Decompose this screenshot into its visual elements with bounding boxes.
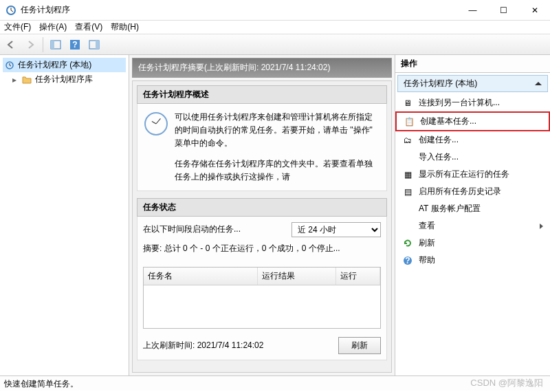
- period-select[interactable]: 近 24 小时: [292, 222, 381, 237]
- action-at-account[interactable]: AT 服务帐户配置: [395, 200, 550, 217]
- action-enable-history[interactable]: ▤启用所有任务历史记录: [395, 183, 550, 200]
- expand-icon[interactable]: ▸: [12, 75, 19, 85]
- menu-file[interactable]: 文件(F): [4, 21, 31, 33]
- action-help[interactable]: ?帮助: [395, 252, 550, 269]
- overview-header: 任务计划程序概述: [137, 85, 387, 104]
- svg-rect-6: [96, 41, 99, 49]
- watermark: CSDN @阿黎逸阳: [470, 377, 543, 389]
- action-create-task[interactable]: 🗂创建任务...: [395, 131, 550, 149]
- folder-icon: [21, 74, 32, 85]
- import-icon: [402, 152, 413, 163]
- actions-header: 操作: [395, 55, 550, 73]
- tree-root-label: 任务计划程序 (本地): [18, 59, 91, 71]
- status-text: 快速创建简单任务。: [4, 378, 78, 389]
- props-icon[interactable]: [86, 36, 102, 53]
- menu-action[interactable]: 操作(A): [39, 21, 67, 33]
- status-period-label: 在以下时间段启动的任务...: [143, 224, 286, 235]
- action-view[interactable]: 查看: [395, 217, 550, 235]
- overview-box: 可以使用任务计划程序来创建和管理计算机将在所指定的时间自动执行的常见任务。若要开…: [137, 104, 387, 191]
- back-button[interactable]: [3, 36, 19, 53]
- refresh-button[interactable]: 刷新: [338, 337, 381, 354]
- menu-view[interactable]: 查看(V): [75, 21, 102, 33]
- refresh-icon: [402, 238, 413, 249]
- overview-text-2: 任务存储在任务计划程序库的文件夹中。若要查看单独任务上的操作或执行这操作，请: [175, 157, 380, 184]
- action-import-task[interactable]: 导入任务...: [395, 149, 550, 166]
- titlebar: 任务计划程序 — ☐ ✕: [0, 0, 550, 21]
- actions-pane: 操作 任务计划程序 (本地) 🖥连接到另一台计算机... 📋创建基本任务... …: [395, 55, 550, 375]
- svg-rect-2: [51, 41, 54, 49]
- close-button[interactable]: ✕: [519, 0, 550, 21]
- actions-subheader: 任务计划程序 (本地): [397, 75, 548, 92]
- clock-icon: [144, 112, 168, 135]
- maximize-button[interactable]: ☐: [488, 0, 519, 21]
- help-icon[interactable]: ?: [67, 36, 83, 53]
- help-icon: ?: [402, 255, 413, 266]
- action-refresh[interactable]: 刷新: [395, 235, 550, 252]
- tree-root[interactable]: 任务计划程序 (本地): [3, 58, 126, 72]
- account-icon: [402, 204, 413, 215]
- overview-text-1: 可以使用任务计划程序来创建和管理计算机将在所指定的时间自动执行的常见任务。若要开…: [175, 111, 380, 151]
- col-name[interactable]: 任务名: [144, 268, 258, 285]
- tree-library-label: 任务计划程序库: [35, 74, 93, 85]
- minimize-button[interactable]: —: [457, 0, 488, 21]
- task-basic-icon: 📋: [404, 116, 415, 127]
- action-create-basic-task[interactable]: 📋创建基本任务...: [395, 111, 550, 131]
- col-result[interactable]: 运行结果: [258, 268, 337, 285]
- action-connect[interactable]: 🖥连接到另一台计算机...: [395, 94, 550, 111]
- last-refresh-label: 上次刷新时间: 2021/7/4 11:24:02: [143, 340, 331, 351]
- app-icon: [6, 5, 16, 16]
- summary-header: 任务计划程序摘要(上次刷新时间: 2021/7/4 11:24:02): [132, 58, 392, 78]
- history-icon: ▤: [402, 186, 413, 197]
- status-summary: 摘要: 总计 0 个 - 0 个正在运行，0 个成功，0 个停止...: [143, 243, 381, 254]
- svg-text:?: ?: [72, 40, 77, 50]
- clock-icon: [4, 60, 15, 71]
- tree-library[interactable]: ▸ 任务计划程序库: [3, 72, 126, 87]
- task-icon: 🗂: [402, 135, 413, 146]
- pane-icon[interactable]: [47, 36, 64, 53]
- toolbar: ?: [0, 34, 550, 55]
- action-show-running[interactable]: ▦显示所有正在运行的任务: [395, 166, 550, 183]
- status-box: 在以下时间段启动的任务... 近 24 小时 摘要: 总计 0 个 - 0 个正…: [137, 217, 387, 360]
- task-table: 任务名 运行结果 运行: [143, 267, 381, 329]
- center-pane: 任务计划程序摘要(上次刷新时间: 2021/7/4 11:24:02) 任务计划…: [129, 55, 395, 375]
- col-run[interactable]: 运行: [336, 268, 380, 285]
- computer-icon: 🖥: [402, 98, 413, 109]
- window-title: 任务计划程序: [21, 4, 457, 16]
- menubar: 文件(F) 操作(A) 查看(V) 帮助(H): [0, 21, 550, 34]
- collapse-icon[interactable]: [535, 82, 542, 85]
- menu-help[interactable]: 帮助(H): [111, 21, 139, 33]
- running-icon: ▦: [402, 169, 413, 180]
- status-header: 任务状态: [137, 198, 387, 217]
- svg-text:?: ?: [405, 256, 410, 265]
- tree-pane: 任务计划程序 (本地) ▸ 任务计划程序库: [0, 55, 129, 375]
- forward-button[interactable]: [22, 36, 38, 53]
- submenu-icon: [540, 224, 543, 229]
- statusbar: 快速创建简单任务。: [0, 375, 550, 391]
